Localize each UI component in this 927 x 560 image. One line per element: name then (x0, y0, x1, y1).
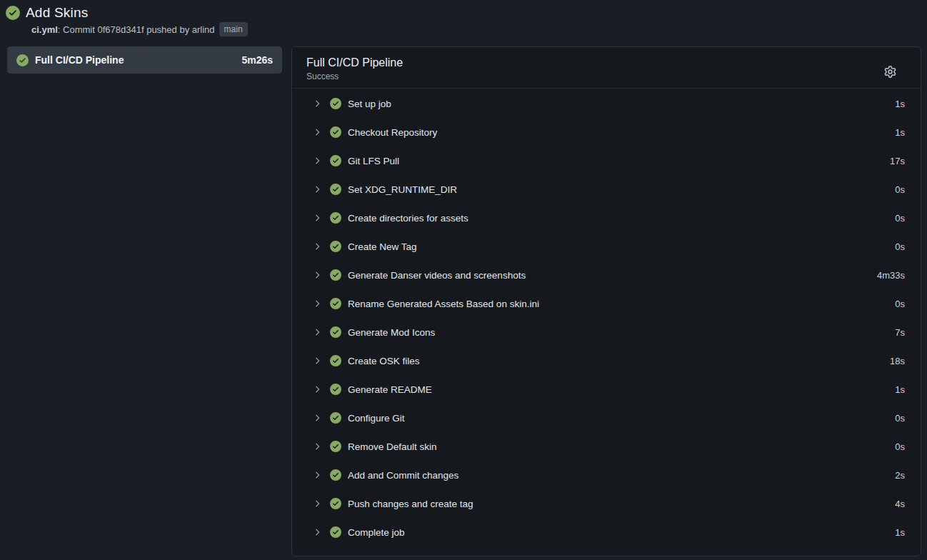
step-name: Generate Danser videos and screenshots (348, 270, 877, 281)
step-duration: 17s (890, 156, 905, 166)
job-duration: 5m26s (241, 54, 273, 66)
chevron-right-icon[interactable] (312, 99, 322, 109)
step-success-check-icon (330, 384, 341, 395)
step-row[interactable]: Configure Git 0s (292, 404, 921, 432)
step-success-check-icon (330, 212, 341, 224)
step-row[interactable]: Generate Mod Icons 7s (292, 318, 921, 346)
step-row[interactable]: Push changes and create tag 4s (292, 489, 921, 518)
step-row[interactable]: Checkout Repository 1s (292, 118, 921, 146)
panel-header: Full CI/CD Pipeline Success (292, 47, 921, 89)
step-duration: 18s (890, 356, 905, 366)
step-duration: 1s (895, 384, 905, 395)
chevron-right-icon[interactable] (312, 327, 322, 337)
step-duration: 0s (895, 213, 905, 224)
step-success-check-icon (330, 155, 341, 166)
step-row[interactable]: Generate Danser videos and screenshots 4… (292, 261, 921, 289)
step-row[interactable]: Generate README 1s (292, 375, 921, 404)
step-name: Generate README (348, 384, 895, 395)
step-name: Configure Git (348, 413, 895, 424)
step-duration: 0s (895, 441, 905, 452)
step-row[interactable]: Git LFS Pull 17s (292, 146, 921, 175)
step-name: Create OSK files (348, 356, 890, 366)
step-name: Set up job (348, 99, 895, 109)
step-row[interactable]: Create New Tag 0s (292, 232, 921, 261)
job-name: Full CI/CD Pipeline (35, 54, 235, 66)
run-success-check-icon (6, 6, 20, 20)
chevron-right-icon[interactable] (312, 470, 322, 480)
step-duration: 1s (895, 99, 905, 109)
step-row[interactable]: Create OSK files 18s (292, 346, 921, 375)
run-subtitle: ci.yml: Commit 0f678d341f pushed by arli… (31, 22, 918, 36)
branch-badge[interactable]: main (219, 22, 248, 36)
panel-job-status: Success (306, 71, 881, 81)
step-duration: 0s (895, 299, 905, 309)
step-name: Rename Generated Assets Based on skin.in… (348, 299, 895, 309)
step-duration: 4m33s (877, 270, 905, 281)
steps-list: Set up job 1s Checkout Repository 1s (292, 89, 921, 556)
chevron-right-icon[interactable] (312, 527, 322, 537)
chevron-right-icon[interactable] (312, 184, 322, 194)
step-success-check-icon (330, 269, 341, 281)
chevron-right-icon[interactable] (312, 270, 322, 280)
step-success-check-icon (330, 412, 341, 424)
step-name: Create New Tag (348, 241, 895, 252)
step-duration: 1s (895, 127, 905, 138)
step-success-check-icon (330, 355, 341, 366)
gear-icon[interactable] (881, 62, 899, 81)
step-name: Complete job (348, 527, 895, 538)
jobs-sidebar: Full CI/CD Pipeline 5m26s (7, 46, 282, 556)
job-details-panel: Full CI/CD Pipeline Success Set up job 1… (291, 46, 921, 556)
step-success-check-icon (330, 298, 341, 309)
step-success-check-icon (330, 498, 341, 509)
step-success-check-icon (330, 526, 341, 538)
step-success-check-icon (330, 184, 341, 195)
step-duration: 1s (895, 527, 905, 538)
chevron-right-icon[interactable] (312, 499, 322, 509)
run-header: Add Skins ci.yml: Commit 0f678d341f push… (0, 0, 927, 36)
step-name: Checkout Repository (348, 127, 895, 138)
step-row[interactable]: Complete job 1s (292, 518, 921, 546)
chevron-right-icon[interactable] (312, 441, 322, 451)
chevron-right-icon[interactable] (312, 384, 322, 394)
step-name: Git LFS Pull (348, 156, 890, 166)
step-duration: 0s (895, 413, 905, 424)
chevron-right-icon[interactable] (312, 213, 322, 223)
chevron-right-icon[interactable] (312, 156, 322, 166)
step-duration: 7s (895, 327, 905, 338)
run-title: Add Skins (26, 5, 88, 21)
step-duration: 4s (895, 499, 905, 509)
step-success-check-icon (330, 98, 341, 109)
chevron-right-icon[interactable] (312, 413, 322, 423)
panel-job-title: Full CI/CD Pipeline (306, 56, 881, 69)
step-row[interactable]: Create directories for assets 0s (292, 204, 921, 232)
step-name: Add and Commit changes (348, 470, 895, 481)
commit-push-text: : Commit 0f678d341f pushed by arlind (58, 24, 215, 35)
step-row[interactable]: Set up job 1s (292, 89, 921, 118)
step-success-check-icon (330, 126, 341, 138)
chevron-right-icon[interactable] (312, 241, 322, 251)
step-row[interactable]: Rename Generated Assets Based on skin.in… (292, 289, 921, 318)
job-card[interactable]: Full CI/CD Pipeline 5m26s (7, 46, 282, 74)
chevron-right-icon[interactable] (312, 356, 322, 366)
workflow-file-name: ci.yml (31, 24, 58, 35)
step-success-check-icon (330, 326, 341, 338)
step-name: Push changes and create tag (348, 499, 895, 509)
step-name: Set XDG_RUNTIME_DIR (348, 184, 895, 195)
step-duration: 2s (895, 470, 905, 481)
step-success-check-icon (330, 241, 341, 252)
chevron-right-icon[interactable] (312, 299, 322, 309)
chevron-right-icon[interactable] (312, 127, 322, 137)
step-name: Generate Mod Icons (348, 327, 895, 338)
run-content: Full CI/CD Pipeline 5m26s Full CI/CD Pip… (0, 46, 927, 556)
step-row[interactable]: Set XDG_RUNTIME_DIR 0s (292, 175, 921, 204)
step-success-check-icon (330, 469, 341, 481)
step-duration: 0s (895, 241, 905, 252)
step-success-check-icon (330, 441, 341, 452)
job-success-check-icon (16, 54, 29, 66)
step-row[interactable]: Add and Commit changes 2s (292, 461, 921, 489)
step-row[interactable]: Remove Default skin 0s (292, 432, 921, 461)
step-name: Create directories for assets (348, 213, 895, 224)
step-duration: 0s (895, 184, 905, 195)
step-name: Remove Default skin (348, 441, 895, 452)
